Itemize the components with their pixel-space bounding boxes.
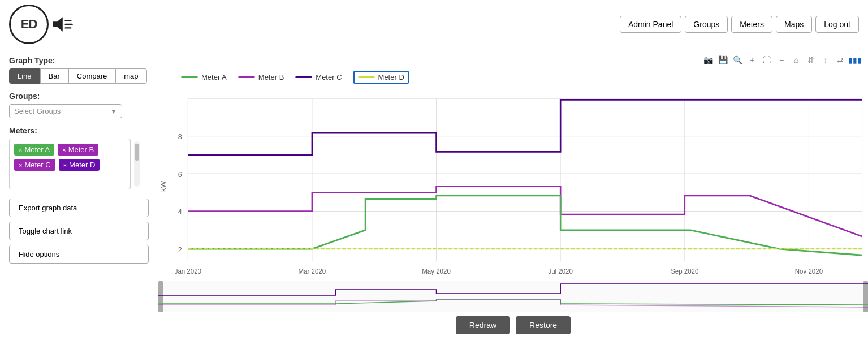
- meter-tag-d-x[interactable]: ×: [63, 162, 67, 169]
- legend-label-meter-c: Meter C: [316, 73, 342, 81]
- meter-tag-b-label: Meter B: [68, 145, 94, 154]
- graph-type-label: Graph Type:: [9, 56, 149, 65]
- speaker-icon: [51, 13, 74, 36]
- bar-chart-icon[interactable]: ▮▮▮: [849, 54, 861, 66]
- svg-text:8: 8: [178, 132, 182, 141]
- meter-tag-c-label: Meter C: [24, 161, 50, 169]
- meter-tag-a[interactable]: × Meter A: [14, 144, 54, 156]
- groups-label: Groups:: [9, 92, 149, 101]
- toggle-chart-link-button[interactable]: Toggle chart link: [9, 222, 149, 240]
- svg-text:4: 4: [178, 208, 182, 216]
- header: ED Admin Panel Groups Meters Maps Log ou…: [0, 0, 868, 49]
- chart-navigator[interactable]: [158, 281, 868, 312]
- camera-icon[interactable]: 📷: [702, 54, 714, 66]
- svg-text:May 2020: May 2020: [422, 268, 451, 275]
- chart-svg-wrapper: 2 4 6 8 kW Jan 2020 Mar 2020 May 2020 Ju…: [158, 86, 868, 312]
- meter-tag-a-x[interactable]: ×: [19, 146, 22, 153]
- chart-svg: 2 4 6 8 kW Jan 2020 Mar 2020 May 2020 Ju…: [158, 86, 868, 312]
- export-graph-data-button[interactable]: Export graph data: [9, 199, 149, 217]
- chart-toolbar: 📷 💾 🔍 + ⛶ − ⌂ ⇵ ↕ ⇄ ▮▮▮: [158, 54, 868, 66]
- meters-label: Meters:: [9, 126, 149, 135]
- legend-label-meter-a: Meter A: [201, 73, 227, 81]
- legend-line-meter-a: [181, 76, 198, 78]
- graph-type-compare[interactable]: Compare: [68, 68, 115, 84]
- meter-tag-b[interactable]: × Meter B: [58, 144, 98, 156]
- legend-line-meter-b: [238, 76, 255, 78]
- legend-item-meter-c: Meter C: [295, 73, 342, 81]
- logo-speaker: [51, 13, 74, 36]
- minus-icon[interactable]: −: [775, 54, 788, 66]
- navigator-svg: [158, 281, 868, 312]
- legend-label-meter-b: Meter B: [258, 73, 284, 81]
- meter-tag-b-x[interactable]: ×: [62, 146, 66, 153]
- svg-text:Mar 2020: Mar 2020: [299, 268, 326, 275]
- sidebar: Graph Type: Line Bar Compare map Groups:…: [0, 49, 158, 343]
- maps-button[interactable]: Maps: [776, 16, 812, 33]
- graph-type-buttons: Line Bar Compare map: [9, 68, 149, 84]
- redraw-button[interactable]: Redraw: [456, 316, 510, 334]
- admin-panel-button[interactable]: Admin Panel: [620, 16, 681, 33]
- logo: ED: [9, 5, 74, 44]
- chart-legend: Meter A Meter B Meter C Meter D: [158, 68, 868, 86]
- zoom-in-icon[interactable]: 🔍: [731, 54, 744, 66]
- navigator-left-handle[interactable]: [158, 281, 163, 312]
- meter-tag-c[interactable]: × Meter C: [14, 159, 55, 171]
- meter-tag-d[interactable]: × Meter D: [59, 159, 100, 171]
- logo-circle: ED: [9, 5, 49, 44]
- svg-text:Sep 2020: Sep 2020: [671, 268, 699, 275]
- bottom-buttons: Redraw Restore: [158, 312, 868, 339]
- zoom-rect-icon[interactable]: ⛶: [761, 54, 773, 66]
- svg-marker-0: [53, 17, 63, 32]
- reset-axes-icon[interactable]: ⌂: [790, 54, 802, 66]
- legend-item-meter-a: Meter A: [181, 73, 227, 81]
- svg-text:6: 6: [178, 170, 182, 178]
- hide-options-button[interactable]: Hide options: [9, 245, 149, 264]
- svg-text:2: 2: [178, 245, 182, 253]
- groups-dropdown-icon: ▼: [110, 107, 117, 115]
- graph-type-line[interactable]: Line: [9, 68, 40, 84]
- groups-select[interactable]: Select Groups ▼: [9, 104, 122, 118]
- pan-icon[interactable]: ↕: [819, 54, 832, 66]
- main-layout: Graph Type: Line Bar Compare map Groups:…: [0, 49, 868, 343]
- logo-text: ED: [21, 17, 37, 32]
- svg-text:Jul 2020: Jul 2020: [548, 268, 573, 275]
- graph-type-bar[interactable]: Bar: [40, 68, 68, 84]
- meter-tag-d-label: Meter D: [69, 161, 95, 169]
- chart-area: 📷 💾 🔍 + ⛶ − ⌂ ⇵ ↕ ⇄ ▮▮▮ Meter A Meter B: [158, 49, 868, 343]
- autoscale-icon[interactable]: ⇵: [805, 54, 817, 66]
- svg-text:kW: kW: [159, 180, 167, 192]
- legend-label-meter-d: Meter D: [378, 73, 404, 81]
- groups-select-text: Select Groups: [14, 107, 61, 115]
- plus-icon[interactable]: +: [746, 54, 758, 66]
- logout-button[interactable]: Log out: [815, 16, 859, 33]
- restore-button[interactable]: Restore: [516, 316, 571, 334]
- svg-text:Nov 2020: Nov 2020: [795, 268, 823, 275]
- meter-tag-a-label: Meter A: [24, 145, 50, 154]
- groups-button[interactable]: Groups: [685, 16, 728, 33]
- toggle-icon[interactable]: ⇄: [834, 54, 847, 66]
- legend-line-meter-c: [295, 76, 312, 78]
- legend-line-meter-d: [358, 76, 375, 78]
- meters-container: × Meter A × Meter B × Meter C × Meter D: [9, 139, 131, 189]
- legend-item-meter-b: Meter B: [238, 73, 284, 81]
- svg-text:Jan 2020: Jan 2020: [175, 268, 202, 275]
- graph-type-map[interactable]: map: [115, 68, 146, 84]
- nav-buttons: Admin Panel Groups Meters Maps Log out: [620, 16, 859, 33]
- meters-button[interactable]: Meters: [731, 16, 772, 33]
- action-buttons: Export graph data Toggle chart link Hide…: [9, 199, 149, 264]
- legend-item-meter-d: Meter D: [353, 71, 409, 84]
- meter-tag-c-x[interactable]: ×: [19, 162, 22, 169]
- download-icon[interactable]: 💾: [716, 54, 729, 66]
